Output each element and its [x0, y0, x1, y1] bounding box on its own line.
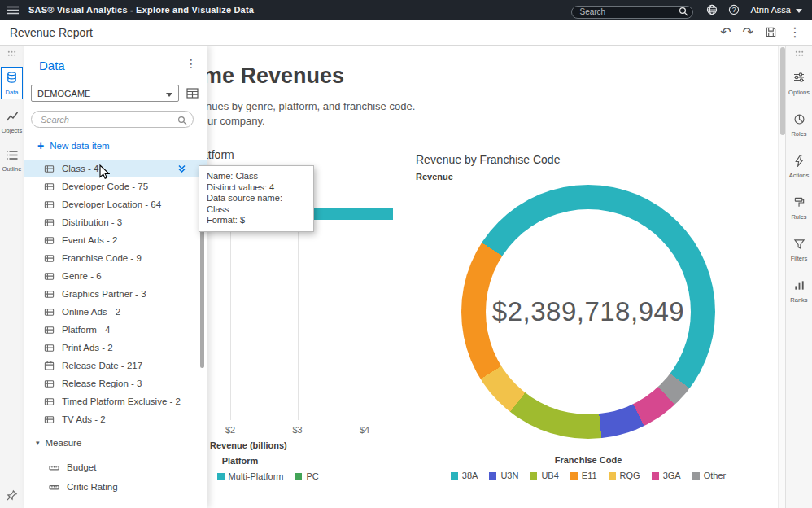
data-item-release-region-3[interactable]: Release Region - 3 [24, 374, 207, 392]
rail-item-label: Ranks [790, 296, 807, 304]
rail-item-label: Filters [791, 255, 807, 262]
data-item-event-ads-2[interactable]: Event Ads - 2 [24, 231, 207, 249]
category-icon [44, 343, 55, 353]
chart-line-icon [6, 111, 19, 125]
search-icon[interactable] [679, 5, 688, 20]
user-menu[interactable]: Atrin Assa [750, 5, 802, 15]
canvas-scrollbar[interactable] [778, 46, 785, 508]
more-button[interactable]: ⋮ [788, 26, 801, 39]
data-item-franchise-code-9[interactable]: Franchise Code - 9 [24, 249, 207, 267]
data-item-label: Print Ads - 2 [62, 343, 113, 353]
chevron-double-down-icon[interactable] [177, 164, 186, 173]
canvas-scrollbar-thumb[interactable] [780, 47, 785, 135]
data-item-release-date-217[interactable]: Release Date - 217 [24, 357, 207, 374]
gridline [365, 186, 365, 420]
measure-item-budget[interactable]: Budget [24, 458, 207, 477]
list-icon [6, 149, 18, 164]
data-item-label: Platform - 4 [62, 325, 110, 335]
measure-item-label: Budget [67, 462, 96, 472]
menu-icon[interactable] [7, 6, 19, 15]
new-data-item-button[interactable]: + New data item [37, 140, 110, 151]
data-panel: Data ⋮ DEMOGAME + New data item Class - … [24, 46, 207, 508]
legend-item-u3n: U3N [489, 471, 518, 480]
data-item-genre-6[interactable]: Genre - 6 [24, 267, 207, 285]
data-item-tv-ads-2[interactable]: TV Ads - 2 [24, 410, 207, 428]
data-item-label: Developer Location - 64 [62, 199, 161, 209]
right-rail-item-filters[interactable]: Filters [787, 234, 812, 265]
rail-item-label: Actions [789, 172, 810, 179]
data-item-distribution-3[interactable]: Distribution - 3 [24, 213, 207, 231]
category-icon [44, 253, 55, 264]
measure-group-header[interactable]: ▾ Measure [36, 438, 81, 448]
legend-swatch [609, 472, 616, 480]
left-rail-item-objects[interactable]: Objects [1, 107, 23, 138]
data-source-select[interactable]: DEMOGAME [31, 85, 179, 102]
more-icon[interactable]: ⋮ [186, 57, 197, 70]
right-rail-item-options[interactable]: Options [787, 67, 812, 99]
legend-label: 3GA [663, 471, 681, 480]
left-rail-item-outline[interactable]: Outline [1, 145, 23, 176]
data-item-label: Timed Platform Exclusive - 2 [62, 396, 181, 406]
data-item-platform-4[interactable]: Platform - 4 [24, 321, 207, 339]
legend-swatch [652, 472, 659, 480]
grip-icon[interactable] [795, 50, 804, 57]
right-rail-item-ranks[interactable]: Ranks [787, 275, 812, 307]
redo-button[interactable]: ↷ [743, 26, 753, 39]
data-item-tooltip: Name: ClassDistinct values: 4Data source… [199, 165, 314, 232]
measure-item-critic-rating[interactable]: Critic Rating [24, 477, 207, 497]
tooltip-line: Name: Class [207, 171, 306, 182]
data-item-online-ads-2[interactable]: Online Ads - 2 [24, 303, 207, 321]
legend-swatch [217, 473, 225, 480]
legend-label: Multi-Platform [229, 471, 284, 481]
caret-down-icon [796, 5, 802, 15]
data-item-developer-code-75[interactable]: Developer Code - 75 [24, 177, 207, 195]
data-item-class-4[interactable]: Class - 4 [24, 160, 207, 177]
user-name: Atrin Assa [750, 5, 791, 15]
grip-icon[interactable] [7, 50, 16, 57]
undo-button[interactable]: ↶ [720, 26, 731, 39]
right-rail-item-actions[interactable]: Actions [787, 151, 812, 182]
save-button[interactable] [765, 26, 777, 38]
right-rail-item-roles[interactable]: Roles [787, 109, 812, 141]
legend-label: Other [704, 471, 727, 480]
report-title: Revenue Report [10, 26, 93, 39]
x-tick-label: $2 [218, 425, 242, 435]
donut-ring[interactable]: $2,389,718,949 [461, 185, 715, 439]
category-icon [44, 182, 55, 192]
pin-icon[interactable] [6, 489, 18, 501]
data-item-developer-location-64[interactable]: Developer Location - 64 [24, 195, 207, 213]
report-actions: ↶↷⋮ [720, 26, 801, 39]
search-icon[interactable] [177, 114, 187, 129]
data-item-label: Release Date - 217 [62, 361, 142, 370]
rail-item-label: Rules [791, 213, 806, 221]
application-window: SAS® Visual Analytics - Explore and Visu… [0, 0, 812, 508]
right-rail-item-rules[interactable]: Rules [787, 192, 812, 224]
table-icon[interactable] [186, 87, 199, 99]
data-source-value: DEMOGAME [37, 89, 90, 99]
legend-item-ub4: UB4 [530, 471, 558, 480]
global-search-input[interactable] [571, 6, 693, 19]
data-item-print-ads-2[interactable]: Print Ads - 2 [24, 339, 207, 357]
global-search [571, 3, 693, 16]
data-item-timed-platform-exclusive-2[interactable]: Timed Platform Exclusive - 2 [24, 392, 207, 410]
data-item-label: Class - 4 [62, 164, 98, 173]
legend-item-3ga: 3GA [652, 471, 681, 480]
left-rail-item-data[interactable]: Data [1, 67, 23, 99]
legend-label: PC [306, 471, 318, 481]
legend-swatch [451, 472, 458, 480]
rules-icon [793, 196, 805, 212]
tooltip-line: Format: $ [207, 215, 306, 226]
caret-down-icon [166, 89, 172, 99]
data-item-graphics-partner-3[interactable]: Graphics Partner - 3 [24, 285, 207, 303]
category-icon [44, 396, 55, 407]
globe-icon[interactable] [706, 4, 718, 15]
report-menu-bar: Revenue Report ↶↷⋮ [0, 20, 812, 46]
help-icon[interactable]: ? [728, 4, 740, 15]
category-icon [44, 379, 55, 389]
legend-label: 38A [462, 471, 478, 480]
collapse-icon: ▾ [36, 439, 40, 447]
legend-label: E11 [582, 471, 597, 480]
donut-chart-title: Revenue by Franchise Code [416, 153, 560, 166]
category-icon [44, 414, 55, 425]
data-search-input[interactable] [31, 111, 194, 128]
